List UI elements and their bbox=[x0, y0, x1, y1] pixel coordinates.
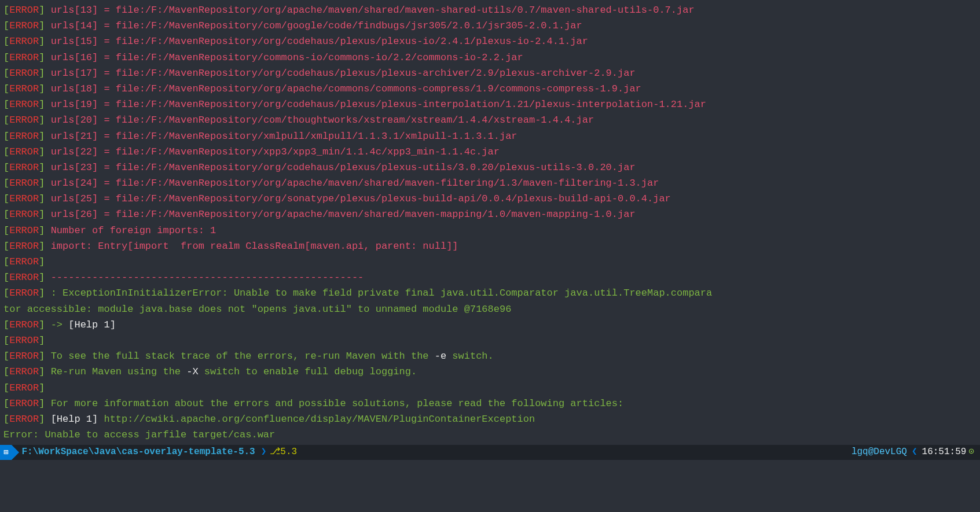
separator-icon bbox=[12, 445, 19, 460]
bracket-close: ] bbox=[39, 83, 50, 94]
error-tag: ERROR bbox=[9, 209, 39, 220]
status-bar: ⊞ F:\WorkSpace\Java\cas-overlay-template… bbox=[0, 445, 980, 460]
log-line-exception-cont: tor accessible: module java.base does no… bbox=[3, 301, 977, 317]
error-tag: ERROR bbox=[9, 193, 39, 204]
bracket-open: [ bbox=[3, 131, 9, 142]
clock-icon: ⊙ bbox=[968, 445, 974, 460]
log-line-divider: [ERROR] --------------------------------… bbox=[3, 270, 977, 285]
log-line-empty: [ERROR] bbox=[3, 333, 977, 348]
bracket-open: [ bbox=[3, 52, 9, 63]
log-line: [ERROR] urls[19] = file:/F:/MavenReposit… bbox=[3, 97, 977, 112]
log-line-empty: [ERROR] bbox=[3, 254, 977, 270]
info-text: For more information about the errors an… bbox=[51, 398, 624, 409]
arrow: -> bbox=[51, 319, 69, 330]
bracket-open: [ bbox=[3, 209, 9, 220]
log-text: urls[26] = file:/F:/MavenRepository/org/… bbox=[51, 209, 636, 220]
branch-icon: ⎇ bbox=[270, 445, 280, 460]
log-line-final-error: Error: Unable to access jarfile target/c… bbox=[3, 427, 977, 443]
bracket-close: ] bbox=[39, 115, 50, 126]
exception-text: : ExceptionInInitializerError: Unable to… bbox=[51, 288, 713, 299]
log-text: import: Entry[import from realm ClassRea… bbox=[51, 241, 458, 252]
bracket-open: [ bbox=[3, 193, 9, 204]
error-tag: ERROR bbox=[9, 68, 39, 79]
log-text: urls[16] = file:/F:/MavenRepository/comm… bbox=[51, 52, 523, 63]
error-tag: ERROR bbox=[9, 5, 39, 16]
log-text: urls[22] = file:/F:/MavenRepository/xpp3… bbox=[51, 146, 500, 157]
log-line: [ERROR] urls[17] = file:/F:/MavenReposit… bbox=[3, 65, 977, 81]
error-tag: ERROR bbox=[9, 83, 39, 94]
log-line: [ERROR] urls[23] = file:/F:/MavenReposit… bbox=[3, 160, 977, 175]
status-right: lgq@DevLGQ ❮ 16:51:59⊙ bbox=[847, 445, 980, 460]
error-tag: ERROR bbox=[9, 178, 39, 189]
log-line: [ERROR] urls[15] = file:/F:/MavenReposit… bbox=[3, 34, 977, 49]
help-label: [Help 1] bbox=[51, 414, 104, 425]
bracket-open: [ bbox=[3, 162, 9, 173]
user-host: lgq@DevLGQ bbox=[847, 445, 912, 460]
bracket-open: [ bbox=[3, 146, 9, 157]
log-line-help: [ERROR] -> [Help 1] bbox=[3, 317, 977, 333]
terminal-output[interactable]: [ERROR] urls[13] = file:/F:/MavenReposit… bbox=[0, 1, 980, 443]
log-line: [ERROR] urls[20] = file:/F:/MavenReposit… bbox=[3, 112, 977, 128]
bracket-close: ] bbox=[39, 146, 50, 157]
bracket-close: ] bbox=[39, 131, 50, 142]
error-tag: ERROR bbox=[9, 36, 39, 47]
log-line: [ERROR] urls[16] = file:/F:/MavenReposit… bbox=[3, 50, 977, 65]
bracket-close: ] bbox=[39, 20, 50, 31]
log-text: urls[15] = file:/F:/MavenRepository/org/… bbox=[51, 36, 588, 47]
log-line-help-url: [ERROR] [Help 1] http://cwiki.apache.org… bbox=[3, 411, 977, 427]
exception-text: tor accessible: module java.base does no… bbox=[3, 304, 511, 315]
log-text: urls[14] = file:/F:/MavenRepository/com/… bbox=[51, 20, 582, 31]
bracket-open: [ bbox=[3, 178, 9, 189]
log-text: urls[19] = file:/F:/MavenRepository/org/… bbox=[51, 99, 706, 110]
log-line: [ERROR] urls[13] = file:/F:/MavenReposit… bbox=[3, 2, 977, 18]
bracket-open: [ bbox=[3, 99, 9, 110]
error-tag: ERROR bbox=[9, 115, 39, 126]
bracket-close: ] bbox=[39, 52, 50, 63]
current-path: F:\WorkSpace\Java\cas-overlay-template-5… bbox=[19, 445, 260, 460]
bracket-open: [ bbox=[3, 83, 9, 94]
bracket-close: ] bbox=[39, 178, 50, 189]
log-text: urls[25] = file:/F:/MavenRepository/org/… bbox=[51, 193, 671, 204]
bracket-open: [ bbox=[3, 20, 9, 31]
error-tag: ERROR bbox=[9, 162, 39, 173]
log-line: [ERROR] urls[22] = file:/F:/MavenReposit… bbox=[3, 144, 977, 160]
help-url[interactable]: http://cwiki.apache.org/confluence/displ… bbox=[104, 414, 535, 425]
log-text: Number of foreign imports: 1 bbox=[51, 225, 216, 236]
windows-icon: ⊞ bbox=[0, 445, 12, 460]
log-line: [ERROR] urls[26] = file:/F:/MavenReposit… bbox=[3, 207, 977, 222]
bracket-close: ] bbox=[39, 5, 50, 16]
error-tag: ERROR bbox=[9, 52, 39, 63]
log-line: [ERROR] import: Entry[import from realm … bbox=[3, 238, 977, 254]
bracket-close: ] bbox=[39, 68, 50, 79]
error-tag: ERROR bbox=[9, 131, 39, 142]
status-left: ⊞ F:\WorkSpace\Java\cas-overlay-template… bbox=[0, 445, 302, 460]
clock-time: 16:51:59⊙ bbox=[919, 445, 980, 460]
log-text: urls[23] = file:/F:/MavenRepository/org/… bbox=[51, 162, 636, 173]
bracket-close: ] bbox=[39, 162, 50, 173]
log-line: [ERROR] urls[14] = file:/F:/MavenReposit… bbox=[3, 18, 977, 34]
bracket-close: ] bbox=[39, 225, 50, 236]
log-line: [ERROR] Number of foreign imports: 1 bbox=[3, 223, 977, 238]
log-text: urls[21] = file:/F:/MavenRepository/xmlp… bbox=[51, 131, 517, 142]
error-tag: ERROR bbox=[9, 99, 39, 110]
log-text: urls[18] = file:/F:/MavenRepository/org/… bbox=[51, 83, 641, 94]
log-text: urls[13] = file:/F:/MavenRepository/org/… bbox=[51, 5, 695, 16]
log-line: [ERROR] urls[25] = file:/F:/MavenReposit… bbox=[3, 191, 977, 207]
help-link[interactable]: [Help 1] bbox=[68, 319, 116, 330]
error-tag: ERROR bbox=[9, 146, 39, 157]
log-line-tip: [ERROR] To see the full stack trace of t… bbox=[3, 348, 977, 364]
log-text: urls[24] = file:/F:/MavenRepository/org/… bbox=[51, 178, 659, 189]
bracket-close: ] bbox=[39, 193, 50, 204]
separator-icon: ❯ bbox=[261, 445, 268, 460]
bracket-close: ] bbox=[39, 99, 50, 110]
error-tag: ERROR bbox=[9, 225, 39, 236]
log-line-exception: [ERROR] : ExceptionInInitializerError: U… bbox=[3, 285, 977, 301]
log-line-empty: [ERROR] bbox=[3, 380, 977, 396]
bracket-open: [ bbox=[3, 5, 9, 16]
bracket-open: [ bbox=[3, 115, 9, 126]
git-branch: ⎇5.3 bbox=[267, 445, 302, 460]
log-text: urls[20] = file:/F:/MavenRepository/com/… bbox=[51, 115, 594, 126]
bracket-open: [ bbox=[3, 36, 9, 47]
log-line: [ERROR] urls[24] = file:/F:/MavenReposit… bbox=[3, 175, 977, 191]
log-line: [ERROR] urls[21] = file:/F:/MavenReposit… bbox=[3, 128, 977, 144]
